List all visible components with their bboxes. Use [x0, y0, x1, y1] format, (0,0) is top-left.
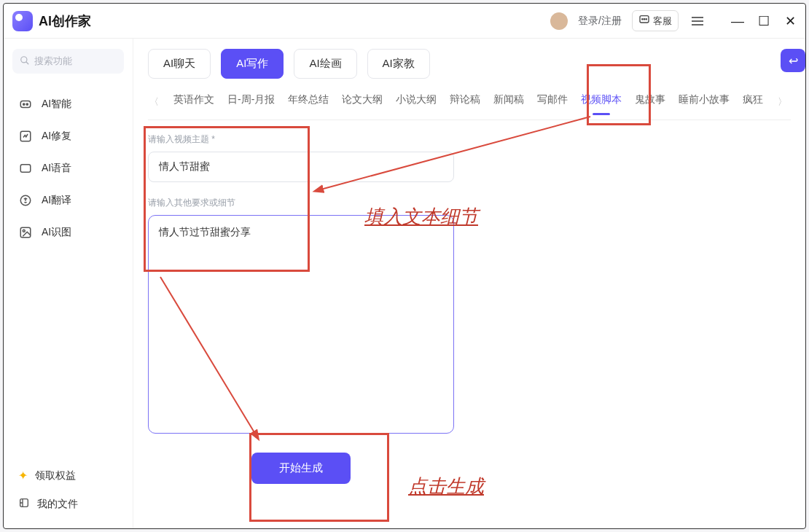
subcat-crazy[interactable]: 疯狂: [743, 93, 763, 111]
translate-icon: [18, 193, 33, 208]
search-placeholder: 搜索功能: [34, 55, 72, 68]
svg-point-8: [26, 103, 28, 105]
folder-icon: [18, 497, 30, 511]
svg-line-5: [26, 61, 29, 64]
menu-icon[interactable]: [689, 14, 706, 28]
sidebar-item-label: AI翻译: [42, 194, 71, 207]
tab-ai-chat[interactable]: AI聊天: [148, 49, 211, 79]
repair-icon: [18, 129, 33, 144]
subcat-english[interactable]: 英语作文: [173, 93, 214, 111]
maximize-button[interactable]: ☐: [757, 15, 770, 28]
subcat-thesis[interactable]: 论文大纲: [342, 93, 383, 111]
search-input[interactable]: 搜索功能: [12, 49, 124, 74]
sidebar-item-label: AI识图: [42, 226, 71, 239]
minimize-button[interactable]: —: [731, 15, 744, 28]
subcat-debate[interactable]: 辩论稿: [450, 93, 480, 111]
my-files-label: 我的文件: [37, 498, 78, 511]
close-button[interactable]: ✕: [783, 15, 797, 28]
app-logo-icon: [12, 11, 33, 31]
my-files-link[interactable]: 我的文件: [12, 490, 124, 518]
vip-label: 领取权益: [35, 469, 76, 482]
subcat-email[interactable]: 写邮件: [537, 93, 568, 111]
subcat-video-script[interactable]: 视频脚本: [581, 93, 622, 111]
sidebar: 搜索功能 AI智能 AI修复 AI语音 AI翻译 AI识图: [4, 39, 133, 528]
mode-tabs: AI聊天 AI写作 AI绘画 AI家教: [148, 49, 791, 79]
sidebar-item-ai-translate[interactable]: AI翻译: [12, 184, 124, 216]
chevron-left-icon[interactable]: 〈: [148, 95, 160, 109]
topic-input[interactable]: [148, 152, 454, 182]
support-label: 客服: [653, 15, 672, 28]
detail-label: 请输入其他要求或细节: [148, 197, 454, 209]
topic-label: 请输入视频主题 *: [148, 133, 454, 146]
tab-ai-write[interactable]: AI写作: [221, 49, 284, 79]
subcat-novel[interactable]: 小说大纲: [396, 93, 437, 111]
subcat-report[interactable]: 日-周-月报: [227, 93, 275, 111]
sidebar-item-ai-voice[interactable]: AI语音: [12, 152, 124, 184]
sidebar-item-label: AI智能: [42, 98, 71, 111]
search-icon: [20, 55, 30, 68]
svg-rect-6: [20, 101, 31, 108]
sidebar-item-ai-image[interactable]: AI识图: [12, 216, 124, 249]
app-window: AI创作家 登录/注册 客服 — ☐ ✕ 搜索功能: [3, 3, 806, 529]
svg-point-13: [23, 230, 25, 232]
svg-point-3: [646, 19, 646, 20]
svg-point-7: [23, 103, 25, 105]
sidebar-item-label: AI语音: [42, 162, 71, 175]
sparkle-icon: [18, 97, 33, 112]
svg-point-4: [21, 56, 27, 62]
sidebar-item-ai-smart[interactable]: AI智能: [12, 88, 124, 120]
image-icon: [18, 225, 33, 240]
tab-ai-tutor[interactable]: AI家教: [367, 49, 430, 79]
chat-icon: [638, 14, 650, 28]
subcategory-row: 〈 英语作文 日-周-月报 年终总结 论文大纲 小说大纲 辩论稿 新闻稿 写邮件…: [148, 89, 791, 120]
main-panel: ↩ AI聊天 AI写作 AI绘画 AI家教 〈 英语作文 日-周-月报 年终总结…: [133, 39, 805, 528]
sidebar-item-ai-repair[interactable]: AI修复: [12, 120, 124, 152]
subcat-ghost[interactable]: 鬼故事: [635, 93, 665, 111]
chevron-right-icon[interactable]: 〉: [776, 95, 789, 109]
voice-icon: [18, 161, 33, 176]
subcat-news[interactable]: 新闻稿: [493, 93, 524, 111]
login-link[interactable]: 登录/注册: [578, 15, 622, 28]
subcat-bedtime[interactable]: 睡前小故事: [679, 93, 730, 111]
tab-ai-draw[interactable]: AI绘画: [294, 49, 356, 79]
titlebar: AI创作家 登录/注册 客服 — ☐ ✕: [4, 4, 805, 39]
return-button[interactable]: ↩: [781, 49, 805, 72]
vip-icon: ✦: [18, 469, 28, 482]
svg-point-1: [642, 19, 643, 20]
generate-button[interactable]: 开始生成: [251, 453, 351, 484]
svg-point-2: [644, 19, 644, 20]
sidebar-item-label: AI修复: [42, 130, 71, 143]
vip-link[interactable]: ✦ 领取权益: [12, 461, 124, 490]
app-title: AI创作家: [39, 12, 91, 30]
support-button[interactable]: 客服: [632, 10, 679, 31]
detail-textarea[interactable]: [148, 215, 454, 434]
svg-rect-12: [20, 227, 31, 238]
subcat-year-summary[interactable]: 年终总结: [288, 93, 329, 111]
avatar[interactable]: [550, 12, 568, 30]
